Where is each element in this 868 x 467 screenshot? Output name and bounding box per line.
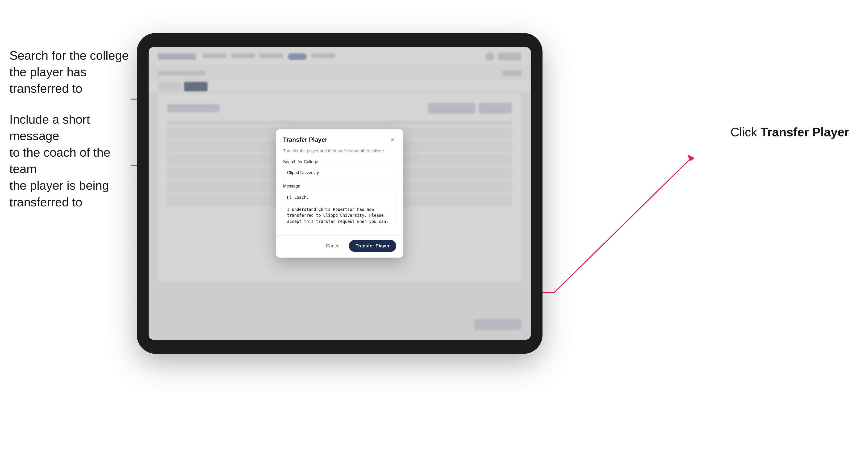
college-search-input[interactable] bbox=[283, 167, 396, 179]
tablet-device: Transfer Player × Transfer the player an… bbox=[137, 33, 542, 354]
modal-overlay: Transfer Player × Transfer the player an… bbox=[149, 47, 531, 340]
transfer-player-modal: Transfer Player × Transfer the player an… bbox=[276, 129, 403, 257]
svg-line-8 bbox=[554, 160, 689, 292]
annotation-transfer-bold: Transfer Player bbox=[761, 125, 849, 139]
annotation-right-area: Click Transfer Player bbox=[731, 125, 849, 139]
annotation-message-text: Include a short message to the coach of … bbox=[9, 111, 132, 210]
college-label: Search for College bbox=[283, 159, 396, 164]
modal-header: Transfer Player × bbox=[276, 129, 403, 148]
modal-title: Transfer Player bbox=[283, 136, 328, 144]
annotation-search-text: Search for the college the player has tr… bbox=[9, 47, 132, 97]
message-form-group: Message Hi Coach, I understand Chris Rob… bbox=[283, 184, 396, 225]
modal-footer: Cancel Transfer Player bbox=[276, 236, 403, 257]
transfer-player-button[interactable]: Transfer Player bbox=[349, 240, 396, 252]
modal-subtitle: Transfer the player and their profile to… bbox=[283, 148, 396, 154]
cancel-button[interactable]: Cancel bbox=[322, 241, 344, 250]
message-label: Message bbox=[283, 184, 396, 189]
tablet-screen: Transfer Player × Transfer the player an… bbox=[149, 47, 531, 340]
svg-marker-9 bbox=[687, 154, 695, 161]
message-textarea[interactable]: Hi Coach, I understand Chris Robertson h… bbox=[283, 191, 396, 224]
annotation-click-text: Click Transfer Player bbox=[731, 125, 849, 139]
modal-body: Transfer the player and their profile to… bbox=[276, 148, 403, 235]
college-form-group: Search for College bbox=[283, 159, 396, 179]
modal-close-button[interactable]: × bbox=[389, 136, 396, 144]
annotation-left-area: Search for the college the player has tr… bbox=[9, 47, 132, 210]
